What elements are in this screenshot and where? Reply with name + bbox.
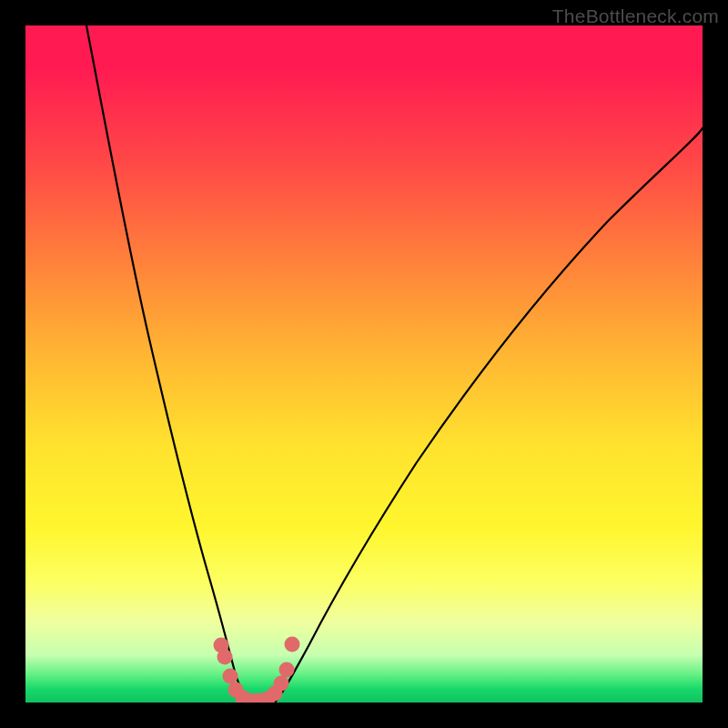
marker-dot: [223, 669, 238, 684]
plot-area: [25, 25, 703, 703]
marker-dot: [279, 662, 295, 678]
bottom-markers: [214, 637, 300, 703]
bottleneck-curve: [25, 25, 703, 703]
marker-dot: [285, 637, 300, 652]
marker-dot: [274, 676, 289, 692]
chart-frame: TheBottleneck.com: [0, 0, 728, 728]
curve-left-branch: [86, 25, 249, 703]
watermark-text: TheBottleneck.com: [552, 5, 719, 27]
curve-right-branch: [275, 127, 703, 703]
marker-dot: [217, 650, 233, 665]
